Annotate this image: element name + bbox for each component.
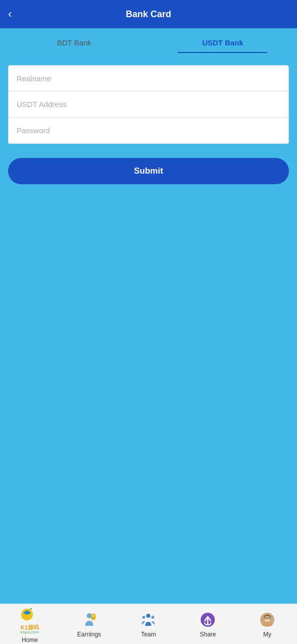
svg-point-7 xyxy=(151,616,154,619)
back-button[interactable]: ‹ xyxy=(8,9,12,20)
nav-item-team[interactable]: Team xyxy=(119,611,179,638)
nav-item-home[interactable]: K1源码 k1ym.com Home xyxy=(0,605,60,643)
bank-form: Submit xyxy=(0,53,297,184)
nav-item-my[interactable]: My xyxy=(237,611,297,638)
earnings-icon xyxy=(80,611,98,629)
page-title: Bank Card xyxy=(126,9,171,20)
share-icon xyxy=(199,611,217,629)
nav-item-share[interactable]: Share xyxy=(178,611,237,638)
submit-button[interactable]: Submit xyxy=(8,158,289,184)
tab-bar: BDT Bank USDT Bank xyxy=(0,28,297,53)
my-icon xyxy=(258,611,276,629)
team-icon xyxy=(139,611,157,629)
nav-item-earnings[interactable]: Earnings xyxy=(60,611,119,638)
earnings-label: Earnings xyxy=(77,631,101,638)
main-content-area xyxy=(0,184,297,604)
svg-point-6 xyxy=(142,616,145,619)
bottom-nav: K1源码 k1ym.com Home Earnings xyxy=(0,604,297,644)
tab-bdt-bank[interactable]: BDT Bank xyxy=(0,32,149,53)
svg-point-4 xyxy=(91,614,95,618)
home-icon xyxy=(21,605,39,623)
home-logo-text: K1源码 k1ym.com xyxy=(21,625,39,634)
realname-input[interactable] xyxy=(8,65,289,91)
usdt-address-input[interactable] xyxy=(8,91,289,118)
team-label: Team xyxy=(141,631,156,638)
share-label: Share xyxy=(200,631,216,638)
password-input[interactable] xyxy=(8,118,289,144)
svg-point-0 xyxy=(21,609,33,620)
tab-usdt-bank[interactable]: USDT Bank xyxy=(149,32,298,53)
home-label: Home xyxy=(22,636,38,643)
app-header: ‹ Bank Card xyxy=(0,0,297,28)
my-label: My xyxy=(263,631,271,638)
svg-point-5 xyxy=(146,614,150,618)
